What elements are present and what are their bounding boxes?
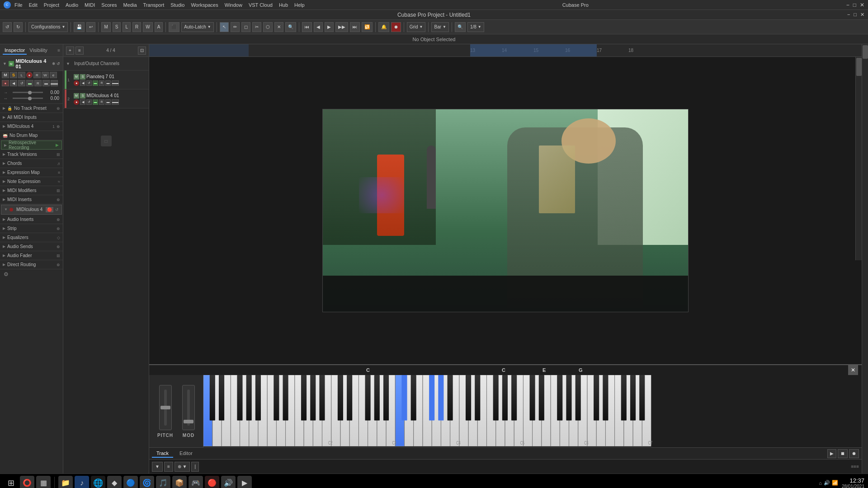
taskbar-explorer-btn[interactable]: 📁 (58, 476, 73, 488)
track-1-rec-btn[interactable]: ● (74, 80, 79, 86)
taskbar-icon-3[interactable]: ◆ (107, 476, 122, 488)
volume-slider[interactable] (13, 92, 43, 93)
taskbar-icon-10[interactable]: 🔊 (221, 476, 236, 488)
menu-edit[interactable]: Edit (29, 2, 38, 8)
right-scrollbar-thumb[interactable] (863, 45, 868, 59)
redo-btn[interactable]: ↻ (14, 22, 23, 32)
midiculous-expanded-header[interactable]: ▼ MIDIculous 4 🔴 ↺ (1, 205, 61, 214)
mode-m-btn[interactable]: M (101, 22, 110, 32)
track-edit-btn[interactable]: e (50, 72, 57, 78)
expression-map-section[interactable]: ▶ Expression Map ≡ (0, 168, 63, 177)
menu-midi[interactable]: MIDI (85, 2, 95, 8)
track-1-btn-5[interactable]: R (99, 80, 104, 86)
save-btn[interactable]: 💾 (74, 22, 85, 32)
track-btn-2[interactable]: ◀ (10, 80, 17, 86)
transport-play-btn[interactable]: ▶ (325, 22, 334, 32)
transport-back-btn[interactable]: ⏮ (302, 22, 312, 32)
menu-audio[interactable]: Audio (66, 2, 78, 8)
proj-maximize-btn[interactable]: □ (854, 12, 857, 18)
taskbar-time-display[interactable]: 12:37 28/01/2021 (842, 477, 864, 488)
no-track-preset-section[interactable]: ▶ 🔒 No Track Preset ⊕ (0, 104, 63, 113)
track-freeze-icon[interactable]: ❄ (52, 61, 56, 66)
transport-fwd-btn[interactable]: ▶▶ (335, 22, 348, 32)
rec-btn[interactable]: ⏺ (391, 22, 401, 32)
close-btn[interactable]: ✕ (860, 2, 864, 8)
grid-dropdown[interactable]: Grid ▼ (407, 22, 426, 32)
track-reload-icon[interactable]: ↺ (57, 61, 60, 66)
equalizers-section[interactable]: ▶ Equalizers ◇ (0, 233, 63, 242)
track-2-btn-6[interactable]: ▬ (105, 99, 111, 105)
track-versions-section[interactable]: ▶ Track Versions ⊞ (0, 150, 63, 159)
transport-prev-btn[interactable]: ◀ (314, 22, 323, 32)
tray-icon-2[interactable]: 🔊 (824, 480, 830, 486)
track-rec-btn[interactable]: ● (26, 72, 33, 78)
tool-zoom-btn[interactable]: 🔍 (285, 22, 296, 32)
track-btn-1[interactable]: ● (2, 80, 9, 86)
track-2-btn-3[interactable]: ↺ (86, 99, 92, 105)
bar-dropdown[interactable]: Bar ▼ (431, 22, 448, 32)
tool-mute-btn[interactable]: ✕ (274, 22, 283, 32)
click-btn[interactable]: 🔔 (378, 22, 389, 32)
tracks-expand-btn[interactable]: ⊡ (138, 47, 146, 55)
bottom-dropdown-1[interactable]: ▼ (152, 462, 163, 472)
audio-inserts-section[interactable]: ▶ Audio Inserts ⊕ (0, 215, 63, 224)
track-2-btn-4[interactable]: ▬ (93, 99, 98, 105)
track-btn-3[interactable]: ↺ (18, 80, 25, 86)
track-1-btn-7[interactable]: ▬▬ (112, 80, 119, 86)
punch-btn[interactable]: ⬛ (169, 22, 179, 32)
strip-section[interactable]: ▶ Strip ⊕ (0, 224, 63, 233)
tray-icon-1[interactable]: ⌂ (819, 480, 822, 486)
menu-workspaces[interactable]: Workspaces (191, 2, 218, 8)
taskbar-search-btn[interactable]: ⭕ (20, 476, 34, 488)
all-midi-inputs-section[interactable]: ▶ All MIDI Inputs (0, 113, 63, 122)
track-2-btn-7[interactable]: ▬▬ (112, 99, 119, 105)
track-btn-6[interactable]: ▬ (42, 80, 50, 86)
track-mute-btn[interactable]: M (2, 72, 9, 78)
track-2-btn-2[interactable]: ◀ (80, 99, 85, 105)
menu-window[interactable]: Window (225, 2, 242, 8)
taskbar-taskview-btn[interactable]: ▦ (36, 476, 51, 488)
track-write-btn[interactable]: W (42, 72, 49, 78)
tab-visibility[interactable]: Visibility (28, 47, 49, 55)
zoom-icon[interactable]: 🔍 (455, 22, 466, 32)
track-1-btn-6[interactable]: ▬ (105, 80, 111, 86)
taskbar-icon-11[interactable]: ▶ (237, 476, 252, 488)
retro-rec-action-icon[interactable]: ▶ (56, 143, 59, 147)
retrospective-recording-section[interactable]: ▶ Retrospective Recording ▶ (1, 141, 62, 150)
mode-s-btn[interactable]: S (113, 22, 121, 32)
track-read-btn[interactable]: R (33, 72, 41, 78)
editor-stop-btn[interactable]: ⏹ (838, 449, 848, 458)
audio-sends-section[interactable]: ▶ Audio Sends ⊕ (0, 242, 63, 251)
tab-editor[interactable]: Editor (175, 450, 197, 458)
taskbar-icon-8[interactable]: 🎮 (189, 476, 203, 488)
editor-rec-btn[interactable]: ⏺ (849, 449, 859, 458)
piano-close-btn[interactable]: ✕ (848, 365, 858, 375)
chords-section[interactable]: ▶ Chords ♬ (0, 159, 63, 168)
inspector-gear-icon[interactable]: ⚙ (4, 271, 9, 277)
tool-draw-btn[interactable]: ✏ (231, 22, 240, 32)
midi-modifiers-section[interactable]: ▶ MIDI Modifiers ⊞ (0, 186, 63, 195)
track-2-btn-5[interactable]: R (99, 99, 104, 105)
pan-slider[interactable] (13, 98, 43, 99)
menu-file[interactable]: File (14, 2, 23, 8)
taskbar-cubase-btn[interactable]: ♪ (75, 476, 89, 488)
track-listen-btn[interactable]: L (18, 72, 25, 78)
auto-latch-dropdown[interactable]: Auto-Latch ▼ (181, 22, 213, 32)
track-btn-7[interactable]: ▬▬ (51, 80, 58, 86)
bottom-btn-3[interactable]: ⊕ ▼ (175, 462, 190, 472)
editor-play-btn[interactable]: ▶ (827, 449, 836, 458)
transport-loop-btn[interactable]: 🔁 (362, 22, 373, 32)
track-1-btn-3[interactable]: ↺ (86, 80, 92, 86)
fraction-dropdown[interactable]: 1/8 ▼ (467, 22, 484, 32)
track-1-btn-4[interactable]: ▬ (93, 80, 98, 86)
transport-next-btn[interactable]: ⏭ (350, 22, 360, 32)
configurations-dropdown[interactable]: Configurations ▼ (28, 22, 68, 32)
mode-r-btn[interactable]: R (132, 22, 141, 32)
undo-btn[interactable]: ↺ (3, 22, 12, 32)
scrollbar-thumb[interactable] (856, 58, 862, 76)
menu-hub[interactable]: Hub (279, 2, 288, 8)
mode-l-btn[interactable]: L (123, 22, 131, 32)
direct-routing-section[interactable]: ▶ Direct Routing ⊕ (0, 260, 63, 269)
taskbar-chrome-btn[interactable]: 🌐 (91, 476, 105, 488)
mod-slider-container[interactable] (182, 385, 195, 430)
